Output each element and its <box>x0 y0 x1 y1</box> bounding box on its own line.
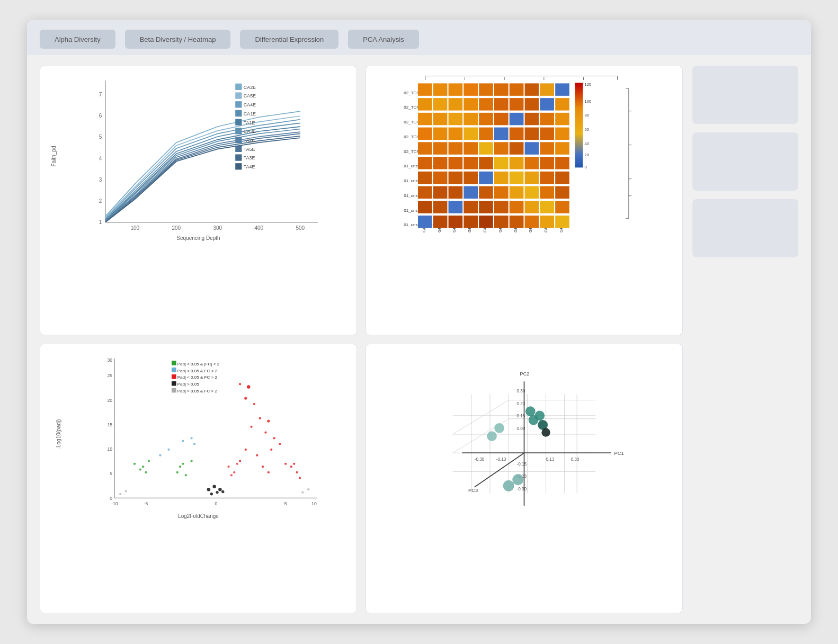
svg-rect-28 <box>235 146 242 152</box>
svg-rect-18 <box>235 101 242 108</box>
svg-text:-0.15: -0.15 <box>516 462 527 467</box>
sidebar-card-2 <box>692 132 798 191</box>
svg-rect-123 <box>555 172 569 184</box>
svg-text:100: 100 <box>130 225 139 231</box>
svg-point-273 <box>487 431 497 441</box>
svg-text:-0.13: -0.13 <box>496 457 506 462</box>
svg-rect-144 <box>418 216 432 228</box>
svg-rect-97 <box>463 142 478 154</box>
svg-point-187 <box>253 403 255 405</box>
svg-text:0: 0 <box>585 165 587 169</box>
svg-text:0.08: 0.08 <box>516 426 525 431</box>
svg-point-226 <box>207 488 210 491</box>
svg-rect-146 <box>449 216 463 228</box>
svg-rect-143 <box>555 201 569 213</box>
svg-text:15: 15 <box>107 422 112 427</box>
svg-text:-10: -10 <box>111 501 118 506</box>
svg-point-234 <box>119 493 121 495</box>
svg-text:80: 80 <box>585 113 589 118</box>
svg-rect-137 <box>463 201 478 213</box>
svg-rect-20 <box>235 110 242 117</box>
svg-text:2: 2 <box>99 198 102 204</box>
svg-text:CA4E: CA4E <box>244 102 256 108</box>
svg-rect-104 <box>418 157 432 169</box>
svg-rect-79 <box>494 113 509 125</box>
svg-point-223 <box>182 440 184 442</box>
svg-point-190 <box>273 437 275 439</box>
pca-inner: PC1 PC2 PC3 0.30 0.23 0.15 0.08 -0.15 - <box>366 344 682 524</box>
svg-point-201 <box>296 471 298 473</box>
svg-point-189 <box>267 419 270 422</box>
svg-text:TA1E: TA1E <box>244 120 255 126</box>
svg-rect-76 <box>449 113 463 125</box>
svg-point-217 <box>139 468 141 470</box>
svg-rect-131 <box>525 186 539 199</box>
svg-point-207 <box>227 466 229 468</box>
tab-diff-expression[interactable]: Differential Expression <box>240 30 338 49</box>
svg-rect-105 <box>433 157 448 169</box>
volcano-chart: -Log10(padj) 0 5 10 15 20 25 30 <box>40 344 357 613</box>
svg-text:25: 25 <box>107 373 112 378</box>
svg-rect-80 <box>510 113 524 125</box>
svg-rect-81 <box>525 113 539 125</box>
svg-rect-63 <box>555 83 569 95</box>
svg-rect-184 <box>172 388 176 393</box>
svg-point-209 <box>236 463 238 465</box>
svg-rect-92 <box>540 128 554 140</box>
sidebar <box>692 66 798 613</box>
svg-text:TA4E: TA4E <box>244 164 255 169</box>
svg-text:0.38: 0.38 <box>570 457 579 462</box>
svg-rect-118 <box>479 172 493 184</box>
svg-point-193 <box>279 443 281 445</box>
svg-text:Padj > 0.05: Padj > 0.05 <box>177 382 199 387</box>
svg-text:0.23: 0.23 <box>516 401 525 406</box>
svg-rect-61 <box>525 83 539 95</box>
svg-rect-67 <box>463 98 478 110</box>
svg-point-229 <box>216 491 218 494</box>
svg-text:6: 6 <box>99 113 102 119</box>
svg-rect-139 <box>494 201 509 213</box>
svg-point-211 <box>182 463 184 465</box>
tab-pca[interactable]: PCA Analysis <box>348 30 418 49</box>
svg-rect-120 <box>510 172 524 184</box>
svg-rect-176 <box>172 361 176 365</box>
svg-rect-153 <box>555 216 569 228</box>
sidebar-card-1 <box>692 66 798 124</box>
svg-rect-82 <box>540 113 554 125</box>
faith-x-label: Sequencing Depth <box>176 235 220 241</box>
svg-rect-87 <box>463 128 478 140</box>
svg-text:Padj < 0.05 & |FC| < 2: Padj < 0.05 & |FC| < 2 <box>177 362 220 366</box>
top-bar: Alpha Diversity Beta Diversity / Heatmap… <box>27 20 811 55</box>
svg-text:4: 4 <box>99 156 102 162</box>
svg-rect-110 <box>510 157 524 169</box>
svg-rect-66 <box>449 98 463 110</box>
svg-text:PC3: PC3 <box>468 488 478 493</box>
svg-rect-71 <box>525 98 539 110</box>
svg-rect-141 <box>525 201 539 213</box>
svg-text:02_TCR: 02_TCR <box>404 149 420 154</box>
svg-rect-124 <box>418 186 432 199</box>
svg-point-204 <box>270 449 272 451</box>
svg-point-188 <box>259 417 261 419</box>
svg-rect-102 <box>540 142 554 154</box>
svg-text:100: 100 <box>585 99 591 104</box>
tab-beta-diversity[interactable]: Beta Diversity / Heatmap <box>125 30 231 49</box>
svg-rect-151 <box>525 216 539 228</box>
svg-rect-125 <box>433 186 448 199</box>
main-content: Faith_pd 1 2 3 4 5 6 7 100 <box>27 55 811 624</box>
svg-rect-106 <box>449 157 463 169</box>
svg-rect-22 <box>235 119 242 126</box>
svg-rect-58 <box>479 83 493 95</box>
tab-alpha-diversity[interactable]: Alpha Diversity <box>40 30 115 49</box>
svg-point-206 <box>239 383 241 385</box>
svg-rect-154 <box>575 83 583 167</box>
svg-point-194 <box>245 449 247 451</box>
svg-point-220 <box>133 463 136 465</box>
svg-point-225 <box>159 454 161 457</box>
svg-text:PC2: PC2 <box>520 371 529 377</box>
svg-text:Padj < 0.05 & FC > 2: Padj < 0.05 & FC > 2 <box>177 375 218 380</box>
svg-point-272 <box>494 423 504 433</box>
svg-point-186 <box>244 397 247 399</box>
svg-rect-54 <box>418 83 432 95</box>
volcano-y-label: -Log10(padj) <box>56 419 61 450</box>
